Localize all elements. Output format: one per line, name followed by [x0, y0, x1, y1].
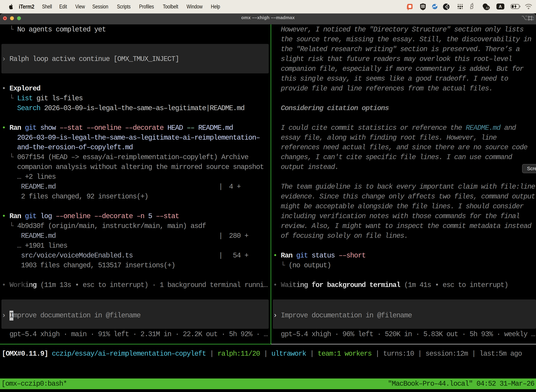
- svg-text:1: 1: [532, 16, 534, 21]
- svg-text:A: A: [499, 4, 502, 9]
- svg-text:..61: ..61: [484, 6, 489, 10]
